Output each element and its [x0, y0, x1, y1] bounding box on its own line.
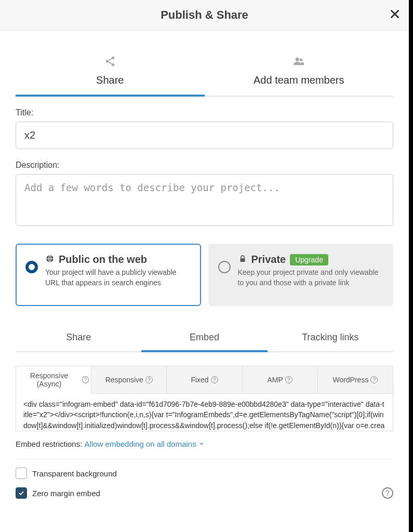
privacy-private-option[interactable]: Private Upgrade Keep your project privat… — [208, 244, 394, 306]
help-icon: ? — [145, 376, 153, 383]
close-button[interactable] — [389, 8, 401, 22]
help-icon: ? — [211, 376, 218, 383]
zero-margin-checkbox[interactable] — [16, 487, 27, 499]
embedtab-amp-label: AMP — [268, 376, 283, 384]
subtab-embed[interactable]: Embed — [141, 325, 267, 352]
svg-rect-6 — [240, 258, 245, 262]
tab-addteam-label: Add team members — [205, 74, 394, 86]
embedtab-responsive-label: Responsive — [105, 376, 143, 384]
sub-tabs: Share Embed Tracking links — [16, 325, 393, 352]
globe-icon — [45, 254, 55, 265]
share-icon — [16, 56, 205, 69]
radio-private — [218, 261, 231, 273]
embedtab-fixed-label: Fixed — [191, 376, 208, 384]
chevron-down-icon — [198, 440, 205, 448]
tab-share[interactable]: Share — [16, 41, 205, 97]
embed-restrictions-row: Embed restrictions: Allow embedding on a… — [16, 440, 393, 459]
embedtab-responsive-async-label: Responsive (Async) — [18, 371, 80, 388]
embed-restrictions-link[interactable]: Allow embedding on all domains — [85, 440, 205, 448]
embedtab-responsive[interactable]: Responsive ? — [91, 366, 167, 394]
description-label: Description: — [16, 161, 393, 170]
svg-point-4 — [300, 59, 303, 62]
help-icon: ? — [370, 376, 378, 383]
modal-title: Publish & Share — [10, 8, 398, 22]
embedtab-wordpress[interactable]: WordPress ? — [318, 366, 393, 394]
zero-margin-label: Zero margin embed — [32, 489, 100, 498]
embed-restrictions-link-label: Allow embedding on all domains — [85, 440, 196, 448]
svg-point-1 — [106, 60, 109, 63]
embed-tabs: Responsive (Async) ? Responsive ? Fixed … — [16, 366, 393, 394]
svg-point-2 — [112, 63, 115, 66]
upgrade-badge[interactable]: Upgrade — [290, 254, 328, 265]
help-icon: ? — [82, 376, 89, 383]
privacy-public-option[interactable]: Public on the web Your project will have… — [16, 244, 201, 306]
title-label: Title: — [16, 108, 393, 117]
subtab-tracking[interactable]: Tracking links — [268, 325, 393, 352]
privacy-public-title: Public on the web — [59, 254, 147, 265]
svg-point-0 — [112, 57, 115, 60]
help-icon: ? — [285, 376, 292, 383]
description-input[interactable] — [16, 174, 393, 226]
transparent-bg-checkbox[interactable] — [16, 468, 27, 479]
lock-icon — [238, 254, 247, 265]
embedtab-wordpress-label: WordPress — [332, 376, 368, 384]
svg-point-3 — [296, 58, 299, 61]
privacy-private-desc: Keep your project private and only viewa… — [238, 268, 384, 288]
embed-restrictions-label: Embed restrictions: — [16, 440, 85, 448]
title-input[interactable] — [16, 122, 393, 149]
close-icon — [389, 12, 401, 21]
tab-add-team[interactable]: Add team members — [205, 41, 394, 97]
privacy-public-desc: Your project will have a publicly viewab… — [45, 268, 191, 288]
embedtab-fixed[interactable]: Fixed ? — [167, 366, 242, 394]
embedtab-responsive-async[interactable]: Responsive (Async) ? — [16, 366, 91, 394]
radio-public — [25, 261, 38, 273]
people-icon — [205, 56, 394, 69]
transparent-bg-label: Transparent background — [32, 469, 117, 478]
embedtab-amp[interactable]: AMP ? — [243, 366, 318, 394]
tab-share-label: Share — [16, 74, 205, 86]
privacy-private-title: Private — [251, 254, 286, 265]
modal-header: Publish & Share — [0, 0, 409, 31]
help-icon[interactable]: ? — [382, 487, 393, 499]
subtab-share[interactable]: Share — [16, 325, 141, 352]
top-tabs: Share Add team members — [16, 41, 393, 97]
embed-code-box[interactable]: <div class="infogram-embed" data-id="f61… — [16, 394, 393, 431]
